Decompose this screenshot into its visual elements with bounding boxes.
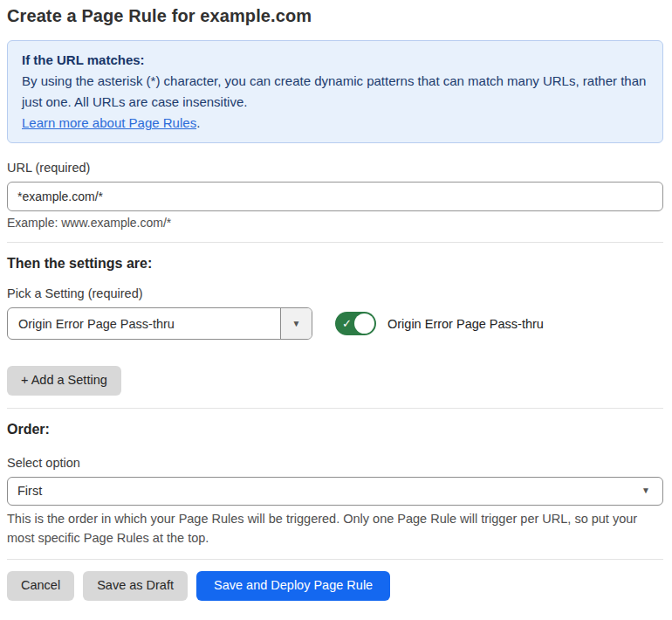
section-divider	[7, 559, 663, 560]
checkmark-icon: ✓	[342, 318, 352, 329]
setting-select-value: Origin Error Page Pass-thru	[8, 308, 280, 339]
info-box-heading: If the URL matches:	[22, 50, 648, 71]
link-suffix: .	[196, 115, 200, 130]
save-draft-button[interactable]: Save as Draft	[83, 571, 188, 601]
toggle-knob	[354, 313, 374, 334]
url-helper-text: Example: www.example.com/*	[7, 216, 663, 230]
section-divider	[7, 242, 663, 243]
create-page-rule-form: Create a Page Rule for example.com If th…	[0, 0, 672, 620]
setting-picker-row: Origin Error Page Pass-thru ▼ ✓ Origin E…	[7, 307, 663, 340]
cancel-button[interactable]: Cancel	[7, 571, 74, 601]
add-setting-button[interactable]: + Add a Setting	[7, 366, 121, 396]
url-label: URL (required)	[7, 161, 663, 175]
order-select-value: First	[17, 484, 641, 498]
url-input[interactable]	[7, 182, 663, 211]
form-actions: Cancel Save as Draft Save and Deploy Pag…	[7, 571, 663, 601]
page-title: Create a Page Rule for example.com	[7, 5, 663, 26]
order-select-label: Select option	[7, 456, 663, 470]
url-match-info-box: If the URL matches: By using the asteris…	[7, 40, 663, 143]
learn-more-link[interactable]: Learn more about Page Rules	[22, 115, 196, 130]
save-deploy-button[interactable]: Save and Deploy Page Rule	[196, 571, 390, 601]
info-box-body: By using the asterisk (*) character, you…	[22, 71, 648, 113]
setting-toggle[interactable]: ✓	[335, 312, 376, 335]
setting-select-arrow-button[interactable]: ▼	[280, 308, 312, 339]
order-helper-text: This is the order in which your Page Rul…	[7, 510, 663, 548]
setting-select[interactable]: Origin Error Page Pass-thru ▼	[7, 307, 312, 340]
order-select[interactable]: First ▼	[7, 477, 663, 506]
section-divider	[7, 408, 663, 409]
settings-heading: Then the settings are:	[7, 255, 663, 272]
order-heading: Order:	[7, 421, 663, 438]
setting-toggle-label: Origin Error Page Pass-thru	[387, 317, 544, 331]
chevron-down-icon: ▼	[641, 486, 650, 495]
pick-setting-label: Pick a Setting (required)	[7, 286, 663, 300]
chevron-down-icon: ▼	[292, 320, 301, 328]
info-box-link-line: Learn more about Page Rules.	[22, 113, 648, 134]
